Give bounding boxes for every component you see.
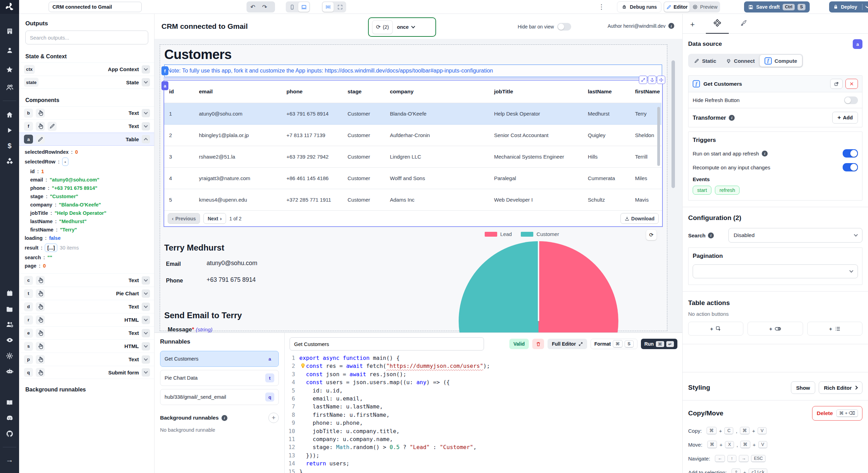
output-id[interactable]: id:1 bbox=[19, 167, 154, 176]
component-badge-f[interactable]: f bbox=[161, 66, 168, 75]
open-runnable-button[interactable] bbox=[830, 79, 843, 89]
hide-bar-toggle[interactable] bbox=[557, 23, 571, 31]
sidebar-folder-icon[interactable] bbox=[6, 305, 14, 313]
table-scrollbar[interactable] bbox=[657, 107, 660, 166]
info-icon[interactable]: i bbox=[222, 415, 227, 421]
sidebar-gear-icon[interactable] bbox=[6, 352, 14, 360]
refresh-mode-dropdown[interactable]: once bbox=[397, 24, 415, 30]
expand-chevron-icon[interactable] bbox=[142, 303, 150, 311]
component-row-t[interactable]: tPie Chart bbox=[19, 287, 154, 300]
table-row[interactable]: 3rshawe2@51.la+63 739 292 7942CustomerLi… bbox=[164, 146, 661, 167]
next-page-button[interactable]: Next › bbox=[203, 213, 226, 224]
expand-chevron-icon[interactable] bbox=[142, 122, 150, 130]
desktop-view-button[interactable] bbox=[298, 2, 309, 12]
component-row-f[interactable]: fText bbox=[19, 119, 154, 133]
canvas-scrollbar[interactable] bbox=[671, 60, 675, 188]
output-phone[interactable]: phone:"+63 791 675 8914" bbox=[19, 184, 154, 192]
pagination-select[interactable] bbox=[693, 264, 858, 278]
tab-styling[interactable] bbox=[740, 19, 747, 33]
add-transformer-button[interactable]: + Add bbox=[832, 112, 858, 124]
expand-chevron-icon[interactable] bbox=[142, 342, 150, 350]
run-button[interactable]: Run⌘↵ bbox=[641, 339, 677, 349]
sidebar-discord-icon[interactable] bbox=[6, 414, 14, 422]
deploy-dropdown-chevron-icon[interactable] bbox=[865, 4, 868, 8]
expand-chevron-icon[interactable] bbox=[142, 368, 150, 377]
sidebar-users-gear-icon[interactable] bbox=[6, 321, 14, 328]
expand-chevron-icon[interactable] bbox=[142, 355, 150, 364]
legend-item-lead[interactable]: Lead bbox=[485, 231, 512, 237]
output-selectedRow[interactable]: selectedRow:- bbox=[19, 156, 154, 167]
rich-editor-button[interactable]: Rich Editor bbox=[819, 381, 862, 394]
expand-chevron-icon[interactable] bbox=[142, 316, 150, 324]
detach-runnable-button[interactable]: ✕ bbox=[845, 79, 858, 89]
undo-button[interactable]: ↶ bbox=[247, 2, 258, 12]
sidebar-home-icon[interactable] bbox=[6, 111, 14, 118]
output-company[interactable]: company:"Blanda-O'Keefe" bbox=[19, 201, 154, 209]
customers-table-component[interactable]: idemailphonestagecompanyjobTitlelastName… bbox=[164, 81, 662, 226]
sidebar-robot-icon[interactable] bbox=[6, 368, 14, 375]
app-title-input[interactable] bbox=[49, 2, 142, 12]
sidebar-eye-icon[interactable] bbox=[6, 336, 14, 344]
expand-chevron-icon[interactable] bbox=[142, 289, 150, 298]
search-outputs-input[interactable] bbox=[25, 31, 148, 44]
output-lastName[interactable]: lastName:"Medhurst" bbox=[19, 217, 154, 226]
component-row-c[interactable]: cText bbox=[19, 273, 154, 287]
sidebar-arrow-right-icon[interactable]: → bbox=[6, 456, 14, 464]
output-firstName[interactable]: firstName:"Terry" bbox=[19, 226, 154, 234]
mobile-view-button[interactable] bbox=[286, 2, 298, 12]
output-search[interactable]: search:"" bbox=[19, 253, 154, 262]
recompute-toggle[interactable] bbox=[843, 163, 858, 171]
column-header-stage[interactable]: stage bbox=[343, 81, 385, 103]
table-row[interactable]: 5kmeus4@upenn.edu+372 285 771 1911Custom… bbox=[164, 189, 661, 210]
delete-runnable-button[interactable] bbox=[532, 339, 544, 349]
pie-chart-component[interactable]: LeadCustomer ⟳ bbox=[404, 229, 659, 332]
save-draft-button[interactable]: Save draft CtrlS bbox=[744, 1, 810, 12]
column-header-phone[interactable]: phone bbox=[282, 81, 343, 103]
component-row-s[interactable]: sHTML bbox=[19, 339, 154, 353]
table-row[interactable]: 4yraigatt3@nature.com+86 461 145 4186Cus… bbox=[164, 167, 661, 189]
expand-component-button[interactable] bbox=[639, 76, 647, 84]
download-button[interactable]: Download bbox=[620, 213, 659, 224]
component-row-q[interactable]: qSubmit form bbox=[19, 366, 154, 379]
add-select-action[interactable]: + bbox=[807, 322, 862, 336]
chart-refresh-button[interactable]: ⟳ bbox=[646, 230, 657, 240]
sidebar-users-icon[interactable] bbox=[6, 84, 14, 91]
anchor-component-button[interactable] bbox=[648, 76, 656, 84]
add-background-runnable-button[interactable]: + bbox=[268, 413, 279, 423]
sidebar-person-icon[interactable] bbox=[6, 47, 14, 54]
column-header-id[interactable]: id bbox=[164, 81, 194, 103]
component-row-a[interactable]: aTable bbox=[19, 133, 154, 146]
output-selectedRowIndex[interactable]: selectedRowIndex:0 bbox=[19, 148, 154, 156]
add-toggle-action[interactable]: + bbox=[748, 322, 803, 336]
code-editor[interactable]: 123456789101112131415 export async funct… bbox=[285, 354, 682, 473]
info-icon[interactable]: i bbox=[762, 151, 768, 157]
show-styling-button[interactable]: Show bbox=[791, 381, 815, 394]
legend-item-customer[interactable]: Customer bbox=[521, 231, 559, 237]
run-on-start-toggle[interactable] bbox=[843, 149, 858, 158]
expand-chevron-icon[interactable] bbox=[142, 109, 150, 117]
full-editor-button[interactable]: Full Editor bbox=[548, 339, 587, 349]
sidebar-book-icon[interactable] bbox=[6, 399, 14, 406]
expand-chevron-icon[interactable] bbox=[142, 276, 150, 285]
format-button[interactable]: Format⌘S bbox=[591, 339, 637, 349]
output-page[interactable]: page:0 bbox=[19, 262, 154, 270]
output-result[interactable]: result:[...]30 items bbox=[19, 242, 154, 253]
tab-editor[interactable]: Editor bbox=[664, 2, 690, 12]
runnable-item[interactable]: Get Customersa bbox=[160, 351, 279, 367]
output-email[interactable]: email:"atuny0@sohu.com" bbox=[19, 176, 154, 184]
component-row-b[interactable]: bText bbox=[19, 106, 154, 119]
tab-insert[interactable]: + bbox=[690, 22, 695, 33]
sidebar-calendar-icon[interactable] bbox=[6, 289, 14, 297]
tab-settings[interactable] bbox=[713, 19, 721, 33]
table-row[interactable]: 2hbingley1@plala.or.jp+7 813 117 7139Cus… bbox=[164, 124, 661, 146]
mode-static[interactable]: Static bbox=[689, 55, 721, 67]
tab-preview[interactable]: Preview bbox=[690, 2, 719, 12]
hide-refresh-toggle[interactable] bbox=[844, 96, 858, 104]
app-refresh-button[interactable]: ⟳ (2) bbox=[372, 20, 393, 34]
sidebar-building-icon[interactable] bbox=[6, 27, 14, 35]
more-menu-button[interactable]: ⋮ bbox=[598, 3, 605, 11]
sidebar-dollar-icon[interactable]: $ bbox=[6, 142, 14, 150]
component-row-e[interactable]: eText bbox=[19, 326, 154, 339]
search-mode-select[interactable]: Disabled bbox=[728, 228, 862, 243]
table-row[interactable]: 1atuny0@sohu.com+63 791 675 8914Customer… bbox=[164, 103, 661, 124]
